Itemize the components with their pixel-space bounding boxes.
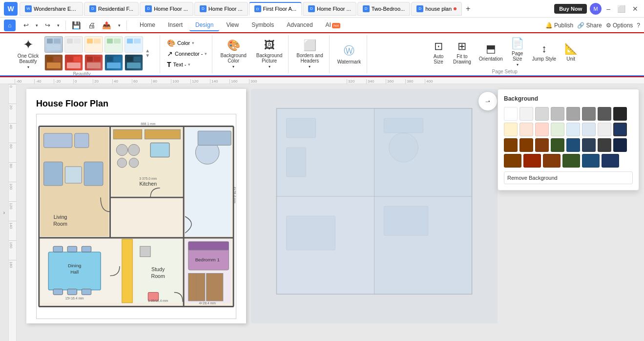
text-button[interactable]: T Text - ▾ (165, 60, 209, 69)
color-dark5[interactable] (582, 154, 600, 168)
remove-background-button[interactable]: Remove Background (504, 171, 633, 184)
tab-edrawmax[interactable]: W Wondershare EdrawMax (20, 2, 83, 16)
orientation-label: Orientation (479, 56, 503, 62)
color-dark4[interactable] (562, 154, 580, 168)
color-midnight[interactable] (613, 138, 627, 152)
close-button[interactable]: ✕ (630, 5, 640, 13)
redo-dropdown[interactable]: ▾ (54, 20, 62, 30)
background-picture-button[interactable]: 🖼 BackgroundPicture ▾ (253, 37, 285, 71)
minimize-button[interactable]: – (604, 5, 612, 13)
color-gray3[interactable] (551, 107, 564, 121)
user-avatar[interactable]: M (590, 3, 602, 15)
export-dropdown[interactable]: ▾ (115, 21, 124, 29)
page-size-button[interactable]: 📄 PageSize ▾ (508, 35, 527, 69)
tab-twobedroom[interactable]: D Two-Bedroo... (357, 2, 410, 16)
sidebar-toggle-button[interactable]: › (0, 84, 9, 341)
share-button[interactable]: 🔗 Share (577, 22, 602, 29)
tab-homefloor2[interactable]: D Home Floor ... (194, 2, 248, 16)
style-item-3[interactable] (84, 36, 103, 53)
svg-text:3 375.0 mm: 3 375.0 mm (139, 177, 157, 180)
menu-tab-advanced[interactable]: Advanced (281, 20, 318, 31)
tab-homefloor3[interactable]: D Home Floor ... (303, 2, 356, 16)
style-item-9[interactable] (104, 54, 123, 71)
color-gray5[interactable] (582, 107, 596, 121)
help-button[interactable]: ? (637, 22, 640, 29)
color-silver[interactable] (598, 123, 611, 136)
options-button[interactable]: ⚙ Options (606, 22, 633, 29)
style-item-7[interactable] (64, 54, 83, 71)
color-darkgray[interactable] (598, 138, 611, 152)
background-color-button[interactable]: 🎨 BackgroundColor ▾ (217, 37, 249, 71)
menu-tab-view[interactable]: View (220, 20, 245, 31)
menu-tab-design[interactable]: Design (189, 20, 219, 31)
color-gray6[interactable] (598, 107, 611, 121)
menu-tab-home[interactable]: Home (134, 20, 161, 31)
borders-headers-button[interactable]: ⬜ Borders andHeaders ▾ (293, 37, 326, 71)
color-brown1[interactable] (504, 138, 518, 152)
scroll-down-button[interactable]: ▼ (145, 53, 150, 58)
home-button[interactable]: ⌂ (4, 20, 16, 31)
style-item-4[interactable] (104, 36, 123, 53)
unit-button[interactable]: 📐 Unit (561, 41, 581, 64)
tab-houseplan[interactable]: D house plan (411, 2, 462, 16)
auto-size-button[interactable]: ⊡ AutoSize (429, 38, 448, 66)
background-group-label (217, 72, 285, 73)
color-blue-light1[interactable] (566, 123, 580, 136)
color-dark1[interactable] (504, 154, 521, 168)
style-item-6[interactable] (44, 54, 63, 71)
style-item-10[interactable] (125, 54, 143, 71)
color-white[interactable] (504, 107, 518, 121)
buy-now-button[interactable]: Buy Now (554, 4, 587, 14)
export-button[interactable]: 📤 (99, 20, 114, 31)
color-dark6[interactable] (602, 154, 619, 168)
color-dark3[interactable] (543, 154, 561, 168)
color-gray4[interactable] (566, 107, 580, 121)
menu-tab-symbols[interactable]: Symbols (246, 20, 280, 31)
fit-to-drawing-button[interactable]: ⊞ Fit toDrawing (450, 38, 474, 66)
style-item-2[interactable] (64, 36, 83, 53)
color-button[interactable]: 🎨 Color ▾ (165, 38, 209, 48)
watermark-button[interactable]: Ⓦ Watermark (334, 42, 364, 66)
new-tab-button[interactable]: + (463, 3, 473, 15)
beautify-label: One ClickBeautify (18, 53, 39, 64)
publish-button[interactable]: 🔔 Publish (545, 22, 574, 29)
svg-rect-41 (84, 162, 103, 186)
color-brown2[interactable] (519, 138, 533, 152)
color-orange-light[interactable] (519, 123, 533, 136)
color-dark2[interactable] (523, 154, 541, 168)
color-green-light[interactable] (551, 123, 564, 136)
orientation-button[interactable]: ⬒ Orientation (476, 41, 506, 64)
color-gray2[interactable] (535, 107, 549, 121)
one-click-beautify-button[interactable]: ✦ One ClickBeautify ▾ (14, 35, 42, 71)
save-button[interactable]: 💾 (69, 20, 84, 31)
menu-tab-ai[interactable]: AIhot (320, 20, 346, 31)
canvas-area[interactable]: House Floor Plan (17, 84, 644, 341)
style-item-8[interactable] (84, 54, 103, 71)
restore-button[interactable]: ⬜ (615, 5, 627, 13)
color-blue-light2[interactable] (582, 123, 596, 136)
redo-button[interactable]: ↪ (42, 20, 53, 30)
undo-dropdown[interactable]: ▾ (33, 20, 41, 30)
color-red-light[interactable] (535, 123, 549, 136)
menu-tab-insert[interactable]: Insert (162, 20, 188, 31)
svg-rect-7 (94, 39, 101, 43)
style-item-1[interactable] (44, 36, 63, 53)
color-darkgreen[interactable] (551, 138, 564, 152)
tab-firstfloor[interactable]: D First Floor A... (249, 2, 302, 16)
color-navy1[interactable] (566, 138, 580, 152)
svg-rect-2 (47, 44, 61, 50)
print-button[interactable]: 🖨 (85, 20, 98, 31)
color-black[interactable] (613, 107, 627, 121)
jump-style-button[interactable]: ↕ Jump Style (529, 41, 559, 64)
style-item-5[interactable] (125, 36, 143, 53)
color-brown3[interactable] (535, 138, 549, 152)
tab-residential[interactable]: D Residential F... (84, 2, 139, 16)
color-darkblue[interactable] (613, 123, 627, 136)
undo-button[interactable]: ↩ (21, 20, 32, 30)
bg-color-icon: 🎨 (227, 39, 240, 52)
connector-button[interactable]: ↗ Connector - ▾ (165, 49, 209, 59)
color-navy2[interactable] (582, 138, 596, 152)
color-yellow-light[interactable] (504, 123, 518, 136)
color-gray1[interactable] (519, 107, 533, 121)
tab-homefloor1[interactable]: D Home Floor ... (140, 2, 193, 16)
